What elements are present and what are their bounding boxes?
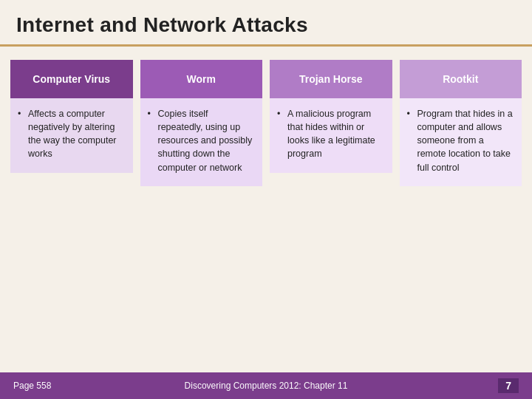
list-item: A malicious program that hides within or… [277,107,385,161]
slide: Internet and Network Attacks Computer Vi… [0,0,532,399]
list-item: Program that hides in a computer and all… [407,107,515,174]
card-body-2: A malicious program that hides within or… [270,98,392,173]
card-body-1: Copies itself repeatedly, using up resou… [140,98,263,186]
title-bar: Internet and Network Attacks [0,0,532,47]
card-2: Trojan HorseA malicious program that hid… [270,60,392,186]
list-item: Affects a computer negatively by alterin… [18,107,126,161]
footer-page-number: 7 [498,378,519,393]
card-body-0: Affects a computer negatively by alterin… [10,98,133,173]
content-area: Computer VirusAffects a computer negativ… [0,47,532,186]
card-header-0: Computer Virus [10,60,133,98]
card-0: Computer VirusAffects a computer negativ… [10,60,133,186]
page-title: Internet and Network Attacks [16,13,516,37]
footer: Page 558 Discovering Computers 2012: Cha… [0,372,532,399]
card-header-1: Worm [140,60,263,98]
card-body-3: Program that hides in a computer and all… [400,98,522,186]
footer-page: Page 558 [13,381,51,391]
list-item: Copies itself repeatedly, using up resou… [148,107,256,174]
card-header-3: Rootkit [400,60,522,98]
card-header-2: Trojan Horse [270,60,392,98]
card-1: WormCopies itself repeatedly, using up r… [140,60,263,186]
footer-center: Discovering Computers 2012: Chapter 11 [185,381,348,391]
card-3: RootkitProgram that hides in a computer … [400,60,522,186]
